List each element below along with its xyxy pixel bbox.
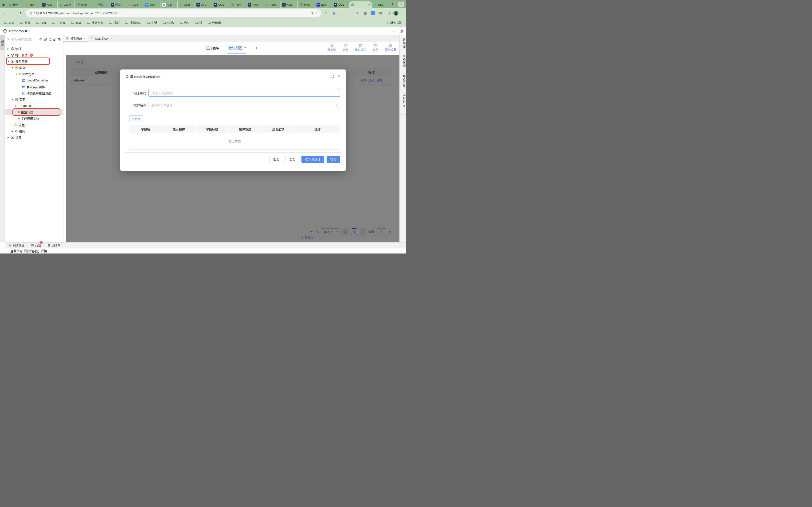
bookmark-item[interactable]: 三方库 [52,20,65,25]
tree-collapse-icon[interactable]: ▶ [7,136,10,139]
tree-item[interactable]: 模型容器 [5,109,63,115]
collapse-all-icon[interactable] [53,38,56,41]
google-translate-icon[interactable]: G [311,11,313,15]
bookmark-item[interactable]: 代码库 [208,20,221,25]
bookmark-item[interactable]: 生活 [147,20,157,25]
tree-expand-icon[interactable]: ▼ [11,98,14,101]
vue-icon[interactable]: V [324,11,328,15]
bookmark-item[interactable]: 框架 [20,20,31,25]
save-and-continue-button[interactable]: 保存并继续 [301,156,324,163]
save-button[interactable]: 保存 [326,156,340,163]
browser-tab[interactable]: ◆pts / [23,1,40,8]
bookmark-star-icon[interactable]: ☆ [315,11,318,15]
refresh-blue-action[interactable]: 刷新 [343,43,348,52]
rail-tab-item[interactable]: 离线资源 [400,51,406,71]
tree-item[interactable]: ▶销售 [5,134,63,140]
j-ext-icon[interactable]: J [348,11,352,15]
ai-icon[interactable]: AI [39,38,43,41]
browser-tab[interactable]: I× [349,1,372,8]
tree-collapse-icon[interactable]: ▶ [11,130,14,132]
address-bar[interactable]: ⓘ 127.0.0.1:28079/ide/index.html?appName… [26,9,321,17]
add-view-button[interactable]: + [255,46,257,50]
mobile-action[interactable]: 移动端 [327,43,336,52]
tree-item[interactable]: ▶测试 [5,46,63,52]
tab-list-chevron-icon[interactable]: ∨ [398,2,404,7]
rail-tab-item[interactable]: 数据源 [400,35,406,51]
dialog-add-field-button[interactable]: +新增 [129,115,143,122]
bookmark-item[interactable]: 求职 [109,20,119,25]
tree-item[interactable]: ▼实体 [5,64,63,71]
browser-tab[interactable]: XEOS [212,1,229,8]
tree-expand-icon[interactable]: ▼ [11,67,14,69]
bottom-bar-item[interactable]: 调试信息 [8,243,24,247]
url-text[interactable]: 127.0.0.1:28079/ide/index.html?appName=E… [34,11,308,15]
tree-item[interactable]: 动态表单模型测试 [5,90,63,96]
search-input[interactable] [11,38,38,42]
bookmark-item[interactable]: study [163,20,174,25]
history-forward-icon[interactable]: › [393,29,394,33]
browser-tab[interactable]: Prim [75,1,92,8]
browser-tab[interactable]: ◌Pack [263,1,281,8]
cancel-button[interactable]: 取消 [269,156,283,163]
new-tab-button[interactable]: + [390,1,396,7]
view-tab-default[interactable]: 默认视图▼ [229,42,246,54]
tree-item[interactable]: 流程 [5,122,63,128]
bookmark-item[interactable]: 文章 [71,20,82,25]
browser-tab[interactable]: du动态 [315,1,332,8]
tree-expand-icon[interactable]: ▼ [15,73,18,75]
tab-search-icon[interactable]: ▣ [2,3,5,6]
tree-item[interactable]: 字段展示实体 [5,115,63,122]
browser-tab[interactable]: ◌127.0 [58,1,75,8]
status-dot-icon[interactable]: ◌ [340,11,344,15]
code-action[interactable]: 编码模式 [355,43,366,52]
extensions-puzzle-icon[interactable]: ⊡ [378,11,383,15]
refresh-icon[interactable] [49,38,52,41]
browser-tab[interactable]: ◉EOS [126,1,143,8]
browser-tab[interactable]: ◌预览 [92,1,109,8]
tree-collapse-icon[interactable]: ▶ [15,105,18,107]
browser-tab[interactable]: X预览 [109,1,126,8]
editor-tab[interactable]: 模型容器× [63,35,88,42]
entity-name-select[interactable]: 请选择实体名称∨ [149,101,340,109]
fullscreen-icon[interactable] [331,75,334,78]
browser-tab[interactable]: XAFC [195,1,212,8]
reset-button[interactable]: 重置 [286,156,299,163]
all-bookmarks[interactable]: 所有书签 [388,20,402,25]
react-icon[interactable]: ◉ [332,11,336,15]
view-settings-action[interactable]: 视图设置 [385,43,396,52]
tree-item[interactable]: ▶打印测试! [5,52,63,58]
bookmark-item[interactable]: UI库 [36,20,47,25]
browser-tab[interactable]: XAfce [40,1,58,8]
rail-tab-item[interactable]: 三方服务 [400,71,406,91]
rail-tab-resources[interactable]: 资源 [0,35,4,50]
browser-tab[interactable]: XEOS [332,1,349,8]
editor-tab[interactable]: SDO实体*× [88,35,114,42]
tree-item[interactable]: ▶demo [5,103,63,109]
recycle-bin-item[interactable]: 回收站 [47,243,60,247]
bottom-bar-item[interactable]: 问题1 [31,243,41,247]
site-info-icon[interactable]: ⓘ [29,11,32,15]
bookmark-item[interactable]: 社区资源 [87,20,103,25]
x-ext-icon[interactable]: X [355,11,359,15]
close-icon[interactable]: × [338,74,340,78]
tree-collapse-icon[interactable]: ▶ [7,48,10,50]
tab-close-icon[interactable]: × [368,3,370,7]
bookmark-item[interactable]: ddd [180,20,189,25]
bookmark-item[interactable]: r2 [195,20,202,25]
history-back-icon[interactable]: ‹ [389,29,390,33]
add-resource-icon[interactable] [44,38,47,41]
tree-item[interactable]: ▼模型容器 [5,58,63,64]
tab-close-icon[interactable]: × [84,37,86,40]
translate-icon[interactable]: En文 [58,38,61,41]
browser-tab[interactable]: XAfce [246,1,263,8]
reload-icon[interactable]: ↻ [18,11,24,15]
downloads-icon[interactable]: ⭳ [388,11,392,15]
back-icon[interactable]: ← [2,11,8,15]
save-icon[interactable] [400,30,403,33]
browser-tab[interactable]: XAfce [281,1,298,8]
tree-collapse-icon[interactable]: ▶ [7,54,10,56]
blue-download-icon[interactable]: ↓ [371,11,375,15]
forward-icon[interactable]: → [10,11,16,15]
browser-tab[interactable]: Prim [229,1,246,8]
browser-tab[interactable]: ◆Com [177,1,195,8]
